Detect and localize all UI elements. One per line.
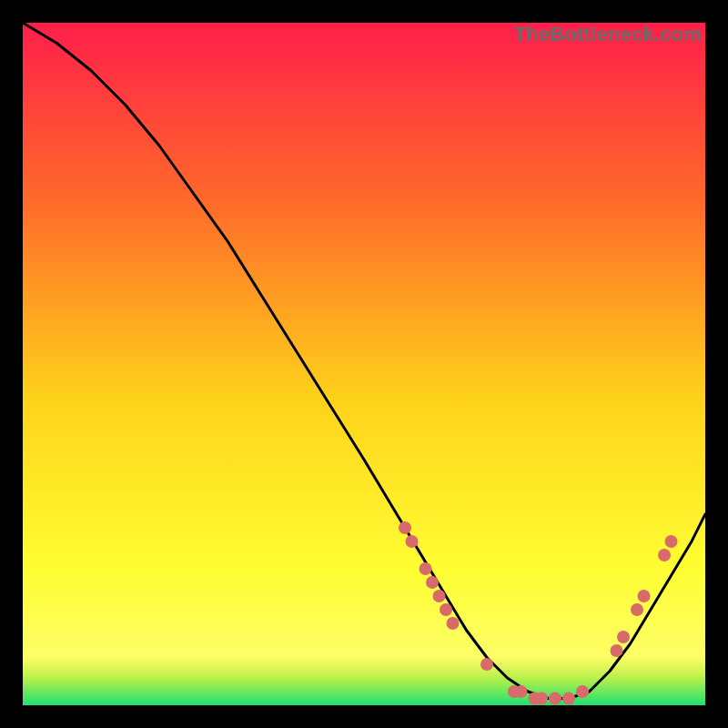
watermark: TheBottleneck.com [514, 23, 702, 46]
data-marker [440, 603, 452, 616]
data-marker [420, 562, 432, 575]
data-marker [433, 590, 446, 602]
gradient-bg [23, 23, 705, 705]
data-marker [665, 535, 678, 548]
data-marker [658, 549, 671, 561]
data-marker [515, 685, 528, 698]
data-marker [549, 693, 561, 705]
data-marker [399, 521, 411, 534]
data-marker [576, 685, 589, 698]
chart-frame: TheBottleneck.com [23, 23, 705, 705]
data-marker [611, 644, 623, 657]
chart-svg [23, 23, 705, 705]
data-marker [562, 693, 575, 705]
data-marker [480, 658, 493, 671]
data-marker [617, 631, 630, 643]
data-marker [447, 617, 460, 630]
data-marker [638, 590, 651, 602]
data-marker [426, 576, 439, 589]
data-marker [631, 603, 643, 616]
data-marker [535, 693, 548, 705]
data-marker [406, 535, 419, 548]
